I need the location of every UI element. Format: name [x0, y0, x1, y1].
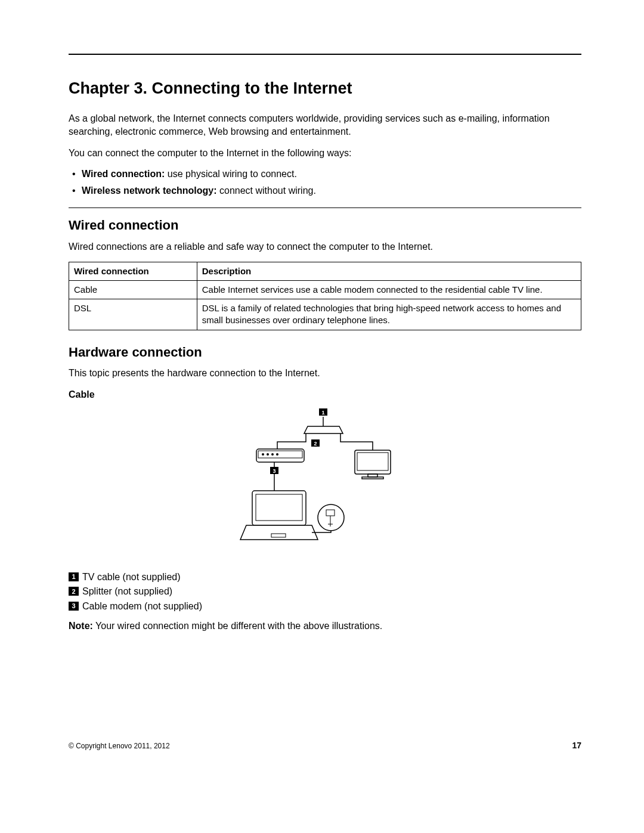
bullet-bold: Wireless network technology:: [82, 185, 217, 196]
legend-item: 2 Splitter (not supplied): [69, 585, 581, 598]
svg-text:2: 2: [314, 441, 317, 447]
bullet-rest: connect without wiring.: [217, 185, 316, 196]
hardware-intro: This topic presents the hardware connect…: [69, 367, 581, 380]
copyright: © Copyright Lenovo 2011, 2012: [69, 741, 170, 751]
hardware-note: Note: Your wired connection might be dif…: [69, 620, 581, 633]
svg-rect-20: [252, 491, 306, 525]
legend-item: 1 TV cable (not supplied): [69, 571, 581, 584]
list-item: Wired connection: use physical wiring to…: [69, 168, 581, 181]
table-cell: Cable Internet services use a cable mode…: [197, 280, 581, 299]
svg-point-11: [276, 453, 278, 456]
wired-connection-table: Wired connection Description Cable Cable…: [69, 262, 581, 330]
hardware-diagram: 1 2 3: [69, 407, 581, 562]
wired-intro: Wired connections are a reliable and saf…: [69, 240, 581, 253]
svg-text:3: 3: [273, 468, 275, 474]
legend-text: Cable modem (not supplied): [82, 600, 202, 613]
top-rule: [69, 54, 581, 55]
hardware-heading: Hardware connection: [69, 343, 581, 361]
legend-text: TV cable (not supplied): [82, 571, 181, 584]
legend-number: 3: [69, 602, 79, 611]
note-text: Your wired connection might be different…: [93, 621, 382, 631]
table-row: Cable Cable Internet services use a cabl…: [69, 280, 581, 299]
legend-text: Splitter (not supplied): [82, 585, 172, 598]
table-cell: DSL: [69, 299, 197, 330]
table-header: Description: [197, 262, 581, 280]
legend-item: 3 Cable modem (not supplied): [69, 600, 581, 613]
page-footer: © Copyright Lenovo 2011, 2012 17: [69, 740, 581, 751]
wired-heading: Wired connection: [69, 216, 581, 234]
bullet-bold: Wired connection:: [82, 169, 165, 179]
note-label: Note:: [69, 621, 93, 631]
legend-number: 1: [69, 572, 79, 581]
chapter-intro-2: You can connect the computer to the Inte…: [69, 147, 581, 160]
table-row: DSL DSL is a family of related technolog…: [69, 299, 581, 330]
svg-text:1: 1: [321, 410, 324, 416]
section-rule: [69, 208, 581, 208]
legend-number: 2: [69, 587, 79, 596]
table-header: Wired connection: [69, 262, 197, 280]
chapter-intro-1: As a global network, the Internet connec…: [69, 112, 581, 138]
cable-subhead: Cable: [69, 388, 581, 401]
list-item: Wireless network technology: connect wit…: [69, 184, 581, 197]
svg-point-10: [271, 453, 274, 456]
cable-diagram-svg: 1 2 3: [236, 407, 414, 562]
connection-methods-list: Wired connection: use physical wiring to…: [69, 168, 581, 197]
bullet-rest: use physical wiring to connect.: [165, 169, 296, 179]
svg-point-9: [267, 453, 269, 456]
page-number: 17: [572, 740, 581, 751]
svg-point-23: [318, 504, 344, 531]
chapter-title: Chapter 3. Connecting to the Internet: [69, 78, 581, 99]
svg-rect-15: [362, 477, 383, 479]
table-cell: DSL is a family of related technologies …: [197, 299, 581, 330]
svg-point-8: [262, 453, 264, 456]
diagram-legend: 1 TV cable (not supplied) 2 Splitter (no…: [69, 571, 581, 613]
table-cell: Cable: [69, 280, 197, 299]
